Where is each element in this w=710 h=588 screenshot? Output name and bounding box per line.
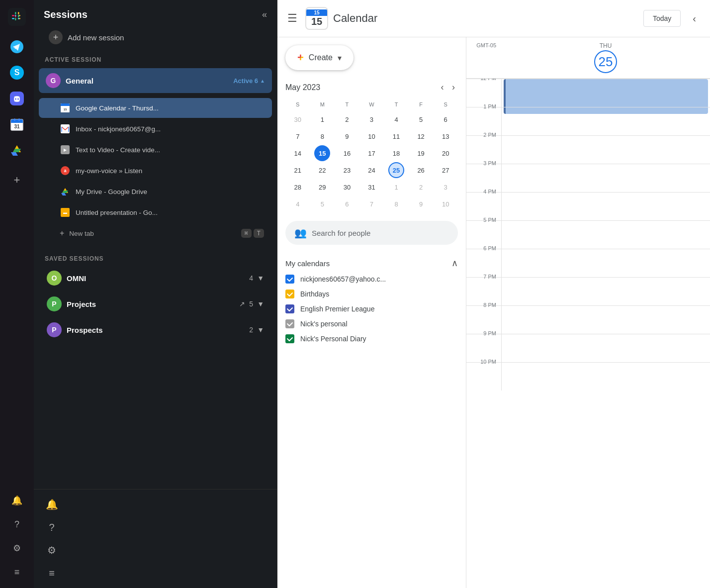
time-cell-8pm[interactable] bbox=[501, 306, 710, 334]
day-of-week-label: THU bbox=[600, 42, 612, 49]
add-app-button[interactable]: + bbox=[6, 169, 28, 191]
time-cell-9pm[interactable] bbox=[501, 334, 710, 362]
sessions-collapse-button[interactable]: « bbox=[262, 9, 267, 20]
sessions-help-icon[interactable]: ? bbox=[42, 517, 62, 537]
cal-day-27[interactable]: 27 bbox=[438, 162, 453, 178]
hamburger-icon[interactable]: ☰ bbox=[287, 12, 297, 25]
cal-day-23[interactable]: 23 bbox=[339, 162, 355, 178]
time-cell-10pm[interactable] bbox=[501, 363, 710, 391]
time-row-9pm: 9 PM bbox=[466, 334, 710, 362]
cal-day-17[interactable]: 17 bbox=[363, 145, 379, 161]
slack-logo-icon[interactable] bbox=[6, 6, 28, 28]
time-cell-3pm[interactable] bbox=[501, 164, 710, 192]
time-cell-12pm[interactable] bbox=[501, 79, 710, 107]
cal-day-15-today[interactable]: 15 bbox=[314, 145, 330, 161]
cal-day-8[interactable]: 8 bbox=[314, 128, 330, 144]
cal-day-6-next[interactable]: 6 bbox=[339, 196, 355, 212]
time-cell-1pm[interactable] bbox=[501, 107, 710, 135]
cal-item-nickjones[interactable]: nickjones60657@yahoo.c... bbox=[285, 272, 458, 287]
cal-day-1[interactable]: 1 bbox=[314, 111, 330, 127]
settings-icon[interactable]: ⚙ bbox=[7, 538, 27, 558]
tab-item-drive[interactable]: My Drive - Google Drive bbox=[39, 182, 272, 201]
time-cell-6pm[interactable] bbox=[501, 249, 710, 277]
cal-day-26[interactable]: 26 bbox=[413, 162, 429, 178]
mini-cal-prev[interactable]: ‹ bbox=[438, 80, 447, 95]
tab-item-gcal[interactable]: 15 Google Calendar - Thursd... bbox=[39, 98, 272, 118]
cal-day-8-next[interactable]: 8 bbox=[388, 196, 404, 212]
cal-item-nicks-diary[interactable]: Nick's Personal Diary bbox=[285, 331, 458, 346]
cal-day-29[interactable]: 29 bbox=[314, 179, 330, 195]
my-calendars-section: My calendars ∧ nickjones60657@yahoo.c...… bbox=[285, 255, 458, 346]
cal-day-14[interactable]: 14 bbox=[290, 145, 306, 161]
cal-day-25-selected[interactable]: 25 bbox=[388, 162, 404, 178]
help-icon[interactable]: ? bbox=[7, 514, 27, 534]
cal-day-20[interactable]: 20 bbox=[438, 145, 453, 161]
sessions-bell-icon[interactable]: 🔔 bbox=[42, 494, 62, 514]
cal-item-nicks-personal[interactable]: Nick's personal bbox=[285, 316, 458, 331]
discord-icon[interactable] bbox=[6, 88, 28, 109]
cal-day-31[interactable]: 31 bbox=[363, 179, 379, 195]
cal-day-18[interactable]: 18 bbox=[388, 145, 404, 161]
saved-session-projects[interactable]: P Projects ↗ 5 ▼ bbox=[39, 292, 272, 316]
cal-day-5-next[interactable]: 5 bbox=[314, 196, 330, 212]
tab-item-gmail[interactable]: Inbox - nickjones60657@g... bbox=[39, 119, 272, 139]
active-session-item[interactable]: G General Active 6 ▲ bbox=[39, 68, 272, 93]
cal-day-4[interactable]: 4 bbox=[388, 111, 404, 127]
my-calendars-header[interactable]: My calendars ∧ bbox=[285, 255, 458, 272]
cal-day-1-next-1[interactable]: 1 bbox=[388, 179, 404, 195]
cal-prev-button[interactable]: ‹ bbox=[689, 11, 700, 26]
cal-day-6[interactable]: 6 bbox=[438, 111, 453, 127]
cal-day-19[interactable]: 19 bbox=[413, 145, 429, 161]
cal-item-epl[interactable]: English Premier League bbox=[285, 301, 458, 316]
sessions-settings-icon[interactable]: ⚙ bbox=[42, 540, 62, 560]
cal-day-10-next[interactable]: 10 bbox=[438, 196, 453, 212]
cal-day-9-next[interactable]: 9 bbox=[413, 196, 429, 212]
create-button[interactable]: + Create ▾ bbox=[285, 45, 354, 70]
time-cell-2pm[interactable] bbox=[501, 136, 710, 164]
search-people-button[interactable]: 👥 Search for people bbox=[285, 221, 458, 245]
cal-day-4-next[interactable]: 4 bbox=[290, 196, 306, 212]
cal-day-3-next[interactable]: 3 bbox=[438, 179, 453, 195]
notifications-icon[interactable]: 🔔 bbox=[7, 490, 27, 510]
tab-item-slides[interactable]: ▬ Untitled presentation - Go... bbox=[39, 202, 272, 222]
prospects-left: P Prospects bbox=[47, 322, 103, 337]
add-session-button[interactable]: + Add new session bbox=[39, 25, 272, 49]
shortcut-t: T bbox=[254, 229, 264, 238]
cal-day-12[interactable]: 12 bbox=[413, 128, 429, 144]
saved-session-prospects[interactable]: P Prospects 2 ▼ bbox=[39, 318, 272, 342]
cal-day-30[interactable]: 30 bbox=[339, 179, 355, 195]
cal-day-5[interactable]: 5 bbox=[413, 111, 429, 127]
telegram-icon[interactable] bbox=[6, 36, 28, 58]
skype-icon[interactable]: S bbox=[6, 62, 28, 84]
saved-session-omni[interactable]: O OMNI 4 ▼ bbox=[39, 266, 272, 290]
cal-day-22[interactable]: 22 bbox=[314, 162, 330, 178]
cal-day-24[interactable]: 24 bbox=[363, 162, 379, 178]
time-cell-4pm[interactable] bbox=[501, 193, 710, 220]
cal-day-7[interactable]: 7 bbox=[290, 128, 306, 144]
cal-day-9[interactable]: 9 bbox=[339, 128, 355, 144]
cal-day-10[interactable]: 10 bbox=[363, 128, 379, 144]
cal-day-2-next[interactable]: 2 bbox=[413, 179, 429, 195]
today-button[interactable]: Today bbox=[643, 10, 681, 27]
cal-day-30-prev[interactable]: 30 bbox=[290, 111, 306, 127]
cal-item-birthdays[interactable]: Birthdays bbox=[285, 287, 458, 301]
time-row-2pm: 2 PM bbox=[466, 135, 710, 164]
time-cell-5pm[interactable] bbox=[501, 221, 710, 249]
cal-day-7-next[interactable]: 7 bbox=[363, 196, 379, 212]
cal-day-13[interactable]: 13 bbox=[438, 128, 453, 144]
sessions-menu-icon[interactable]: ≡ bbox=[42, 563, 62, 583]
cal-day-2[interactable]: 2 bbox=[339, 111, 355, 127]
cal-day-21[interactable]: 21 bbox=[290, 162, 306, 178]
tab-item-video[interactable]: ▶ Text to Video - Create vide... bbox=[39, 140, 272, 160]
drive-sidebar-icon[interactable] bbox=[6, 139, 28, 161]
cal-day-11[interactable]: 11 bbox=[388, 128, 404, 144]
cal-day-16[interactable]: 16 bbox=[339, 145, 355, 161]
menu-icon[interactable]: ≡ bbox=[7, 562, 27, 582]
new-tab-button[interactable]: + New tab ⌘ T bbox=[39, 224, 272, 242]
cal-day-28[interactable]: 28 bbox=[290, 179, 306, 195]
tab-item-voice[interactable]: a my-own-voice » Listen bbox=[39, 161, 272, 181]
cal-day-3[interactable]: 3 bbox=[363, 111, 379, 127]
time-cell-7pm[interactable] bbox=[501, 278, 710, 305]
gcal-sidebar-icon[interactable]: 31 bbox=[6, 113, 28, 135]
mini-cal-next[interactable]: › bbox=[449, 80, 458, 95]
